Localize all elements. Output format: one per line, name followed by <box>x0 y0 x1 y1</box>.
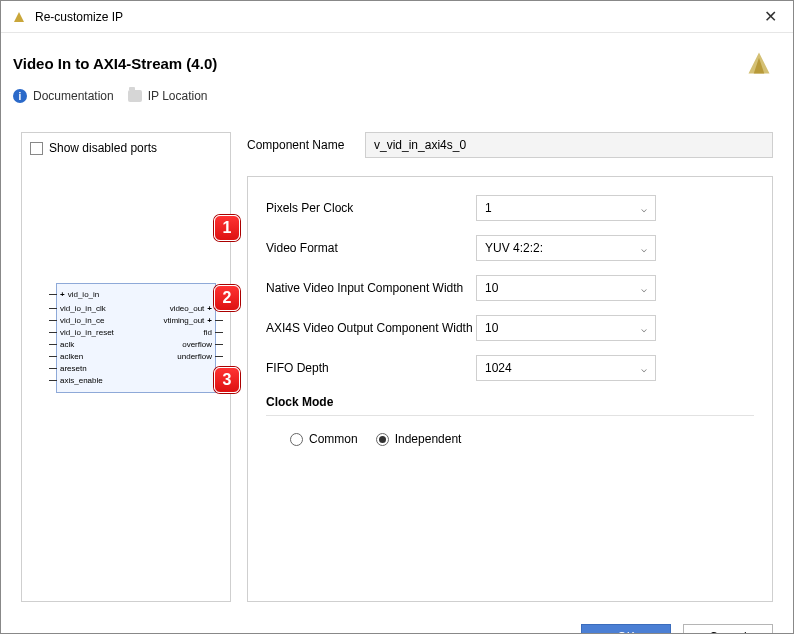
radio-label: Common <box>309 432 358 446</box>
folder-icon <box>128 90 142 102</box>
radio-icon <box>376 433 389 446</box>
radio-icon <box>290 433 303 446</box>
main-area: Show disabled ports +vid_io_in vid_io_in… <box>1 114 793 614</box>
chevron-down-icon: ⌵ <box>641 243 647 254</box>
callout-3: 3 <box>214 367 240 393</box>
ip-title: Video In to AXI4-Stream (4.0) <box>13 55 217 72</box>
port-out: +vtiming_out <box>163 316 223 325</box>
port-in: aresetn <box>49 364 87 373</box>
symbol-panel: Show disabled ports +vid_io_in vid_io_in… <box>21 132 231 602</box>
ip-block-diagram: +vid_io_in vid_io_in_clk vid_io_in_ce vi… <box>56 283 216 393</box>
port-in: aclken <box>49 352 83 361</box>
clock-mode-heading: Clock Mode <box>266 395 754 416</box>
select-value: YUV 4:2:2: <box>485 241 543 255</box>
select-value: 1 <box>485 201 492 215</box>
ok-button[interactable]: OK <box>581 624 671 634</box>
param-label: Pixels Per Clock <box>266 201 476 215</box>
chevron-down-icon: ⌵ <box>641 363 647 374</box>
param-axi4s-width: AXI4S Video Output Component Width 10 ⌵ <box>266 315 754 341</box>
param-label: FIFO Depth <box>266 361 476 375</box>
port-in: aclk <box>49 340 74 349</box>
params-box: 1 2 3 Pixels Per Clock 1 ⌵ Video Format … <box>247 176 773 602</box>
ip-location-label: IP Location <box>148 89 208 103</box>
chevron-down-icon: ⌵ <box>641 323 647 334</box>
param-video-format: Video Format YUV 4:2:2: ⌵ <box>266 235 754 261</box>
port-out: underflow <box>177 352 223 361</box>
radio-label: Independent <box>395 432 462 446</box>
param-pixels-per-clock: Pixels Per Clock 1 ⌵ <box>266 195 754 221</box>
select-value: 10 <box>485 321 498 335</box>
dialog-footer: OK Cancel <box>1 614 793 634</box>
header: Video In to AXI4-Stream (4.0) <box>1 33 793 85</box>
native-width-select[interactable]: 10 ⌵ <box>476 275 656 301</box>
close-icon[interactable]: ✕ <box>758 3 783 30</box>
callout-2: 2 <box>214 285 240 311</box>
param-label: Video Format <box>266 241 476 255</box>
axi4s-width-select[interactable]: 10 ⌵ <box>476 315 656 341</box>
documentation-link[interactable]: i Documentation <box>13 89 114 103</box>
svg-marker-0 <box>14 12 24 22</box>
param-label: AXI4S Video Output Component Width <box>266 321 476 335</box>
param-label: Native Video Input Component Width <box>266 281 476 295</box>
video-format-select[interactable]: YUV 4:2:2: ⌵ <box>476 235 656 261</box>
port-in: +vid_io_in <box>49 290 99 299</box>
component-name-row: Component Name <box>247 132 773 158</box>
config-panel: Component Name 1 2 3 Pixels Per Clock 1 … <box>247 132 773 602</box>
show-disabled-ports-label: Show disabled ports <box>49 141 157 155</box>
documentation-label: Documentation <box>33 89 114 103</box>
show-disabled-ports-checkbox[interactable]: Show disabled ports <box>30 141 222 155</box>
callout-1: 1 <box>214 215 240 241</box>
clock-mode-radios: Common Independent <box>266 422 754 446</box>
toolbar: i Documentation IP Location <box>1 85 793 114</box>
param-native-width: Native Video Input Component Width 10 ⌵ <box>266 275 754 301</box>
port-out: overflow <box>182 340 223 349</box>
checkbox-icon <box>30 142 43 155</box>
select-value: 10 <box>485 281 498 295</box>
port-in: vid_io_in_ce <box>49 316 104 325</box>
xilinx-logo-icon <box>745 49 773 77</box>
cancel-button[interactable]: Cancel <box>683 624 773 634</box>
clock-mode-common-radio[interactable]: Common <box>290 432 358 446</box>
clock-mode-independent-radio[interactable]: Independent <box>376 432 462 446</box>
app-icon <box>11 9 27 25</box>
component-name-input[interactable] <box>365 132 773 158</box>
chevron-down-icon: ⌵ <box>641 283 647 294</box>
port-in: vid_io_in_clk <box>49 304 106 313</box>
fifo-depth-select[interactable]: 1024 ⌵ <box>476 355 656 381</box>
info-icon: i <box>13 89 27 103</box>
param-fifo-depth: FIFO Depth 1024 ⌵ <box>266 355 754 381</box>
pixels-per-clock-select[interactable]: 1 ⌵ <box>476 195 656 221</box>
select-value: 1024 <box>485 361 512 375</box>
chevron-down-icon: ⌵ <box>641 203 647 214</box>
component-name-label: Component Name <box>247 138 357 152</box>
port-in: axis_enable <box>49 376 103 385</box>
title-bar: Re-customize IP ✕ <box>1 1 793 33</box>
port-out: fid <box>204 328 223 337</box>
ip-location-link[interactable]: IP Location <box>128 89 208 103</box>
window-title: Re-customize IP <box>35 10 123 24</box>
port-in: vid_io_in_reset <box>49 328 114 337</box>
